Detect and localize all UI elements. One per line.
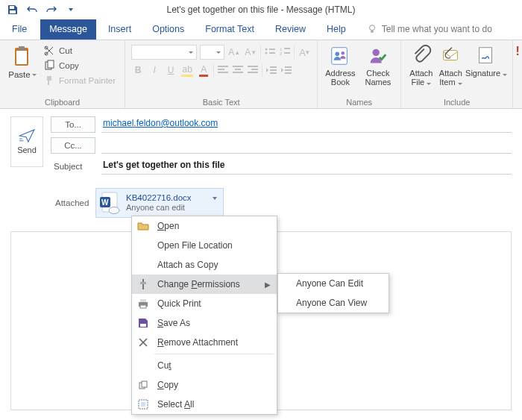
attach-item-icon bbox=[439, 45, 462, 67]
svg-rect-51 bbox=[140, 324, 146, 327]
svg-rect-25 bbox=[248, 66, 258, 67]
slider-icon bbox=[136, 278, 150, 291]
bold-button[interactable]: B bbox=[131, 63, 145, 78]
bullets-icon[interactable] bbox=[264, 46, 276, 58]
svg-rect-30 bbox=[270, 72, 277, 74]
sub-anyone-can-view[interactable]: Anyone Can View bbox=[278, 293, 389, 313]
redo-icon[interactable] bbox=[45, 3, 58, 16]
copy-label: Copy bbox=[59, 61, 79, 70]
send-label: Send bbox=[17, 145, 37, 154]
format-painter-button[interactable]: Format Painter bbox=[43, 75, 116, 87]
subject-label: Subject bbox=[51, 162, 95, 171]
font-combo[interactable] bbox=[131, 45, 197, 60]
signature-button[interactable]: Signature bbox=[466, 43, 506, 87]
increase-indent-icon[interactable] bbox=[280, 64, 292, 76]
tab-message[interactable]: Message bbox=[40, 19, 96, 40]
ctx-remove-attachment[interactable]: Remove Attachment bbox=[132, 333, 277, 352]
ctx-attach-as-copy[interactable]: Attach as Copy bbox=[132, 255, 277, 275]
group-label-names: Names bbox=[324, 96, 394, 107]
select-all-icon bbox=[136, 398, 150, 411]
svg-rect-23 bbox=[235, 69, 241, 70]
to-button[interactable]: To... bbox=[51, 116, 95, 133]
tab-help[interactable]: Help bbox=[318, 19, 355, 40]
shrink-font-button[interactable]: A▼ bbox=[244, 45, 257, 60]
svg-text:W: W bbox=[101, 198, 109, 207]
attach-file-button[interactable]: Attach File bbox=[407, 43, 435, 87]
tab-file[interactable]: File bbox=[4, 19, 37, 40]
svg-rect-10 bbox=[47, 76, 51, 81]
svg-point-35 bbox=[336, 51, 340, 56]
attachment-chip[interactable]: W KB4022716.docx Anyone can edit bbox=[95, 188, 224, 218]
ctx-open-file-location[interactable]: Open File Location bbox=[132, 236, 277, 255]
svg-rect-53 bbox=[142, 381, 147, 387]
signature-icon bbox=[475, 45, 497, 67]
to-value: michael.feldon@outlook.com bbox=[103, 118, 218, 128]
ctx-save-as[interactable]: Save As bbox=[132, 313, 277, 333]
undo-icon[interactable] bbox=[25, 3, 39, 16]
tab-insert[interactable]: Insert bbox=[99, 19, 140, 40]
svg-point-45 bbox=[109, 207, 119, 214]
svg-rect-5 bbox=[19, 46, 25, 50]
ctx-open[interactable]: Open bbox=[132, 216, 277, 236]
svg-point-13 bbox=[265, 52, 268, 54]
svg-rect-26 bbox=[251, 69, 258, 70]
x-icon bbox=[136, 336, 150, 349]
ctx-cut[interactable]: Cut bbox=[132, 356, 277, 375]
ctx-change-permissions[interactable]: Change Permissions ▶ bbox=[132, 275, 277, 294]
paste-button[interactable]: Paste bbox=[6, 43, 39, 96]
attachment-filename: KB4022716.docx bbox=[126, 193, 192, 204]
printer-icon bbox=[136, 297, 150, 310]
save-as-icon bbox=[136, 316, 150, 330]
attach-item-button[interactable]: Attach Item bbox=[437, 43, 465, 87]
svg-rect-27 bbox=[248, 72, 258, 73]
copy-button[interactable]: Copy bbox=[43, 60, 116, 72]
underline-button[interactable]: U bbox=[164, 63, 177, 78]
address-book-button[interactable]: Address Book bbox=[324, 43, 357, 96]
align-center-icon[interactable] bbox=[232, 64, 244, 76]
grow-font-button[interactable]: A▲ bbox=[227, 45, 241, 60]
svg-point-11 bbox=[265, 48, 268, 51]
svg-rect-41 bbox=[19, 140, 23, 141]
font-color-button[interactable]: A bbox=[197, 63, 210, 78]
tab-review[interactable]: Review bbox=[266, 19, 315, 40]
save-icon[interactable] bbox=[6, 3, 19, 16]
ribbon-overflow[interactable]: ! bbox=[513, 40, 522, 108]
styles-button[interactable]: A▾ bbox=[298, 45, 311, 60]
qat-customize-icon[interactable] bbox=[64, 3, 78, 16]
align-left-icon[interactable] bbox=[217, 64, 229, 76]
svg-rect-32 bbox=[285, 69, 292, 71]
svg-rect-22 bbox=[233, 66, 243, 67]
ctx-copy[interactable]: Copy bbox=[132, 375, 277, 395]
format-painter-label: Format Painter bbox=[59, 76, 116, 85]
numbering-icon[interactable]: 12 bbox=[279, 46, 291, 58]
align-right-icon[interactable] bbox=[247, 64, 259, 76]
permissions-submenu: Anyone Can Edit Anyone Can View bbox=[277, 273, 389, 313]
svg-rect-9 bbox=[48, 60, 54, 68]
italic-button[interactable]: I bbox=[148, 63, 161, 78]
chevron-down-icon[interactable] bbox=[213, 192, 220, 199]
font-size-combo[interactable] bbox=[200, 45, 224, 60]
group-label-clipboard: Clipboard bbox=[6, 96, 119, 107]
cc-button[interactable]: Cc... bbox=[51, 137, 95, 154]
word-doc-cloud-icon: W bbox=[99, 191, 120, 215]
decrease-indent-icon[interactable] bbox=[265, 64, 277, 76]
cc-field[interactable] bbox=[101, 137, 512, 154]
tab-options[interactable]: Options bbox=[143, 19, 193, 40]
quick-access-toolbar bbox=[0, 3, 78, 16]
ctx-select-all[interactable]: Select All bbox=[132, 395, 277, 414]
tab-format-text[interactable]: Format Text bbox=[196, 19, 263, 40]
send-button[interactable]: Send bbox=[10, 116, 43, 167]
ctx-quick-print[interactable]: Quick Print bbox=[132, 294, 277, 313]
check-names-button[interactable]: Check Names bbox=[362, 43, 395, 96]
cut-button[interactable]: Cut bbox=[43, 45, 116, 57]
group-label-include: Include bbox=[407, 96, 506, 107]
group-include: Attach File Attach Item Signature Includ… bbox=[401, 40, 513, 108]
svg-rect-29 bbox=[270, 69, 277, 71]
subject-field[interactable]: Let's get together on this file bbox=[101, 158, 512, 175]
to-field[interactable]: michael.feldon@outlook.com bbox=[101, 116, 512, 133]
tell-me-search[interactable]: Tell me what you want to do bbox=[361, 19, 498, 40]
signature-label: Signature bbox=[465, 69, 500, 78]
highlight-button[interactable]: ab bbox=[180, 63, 194, 78]
sub-anyone-can-edit[interactable]: Anyone Can Edit bbox=[278, 274, 389, 293]
check-names-icon bbox=[367, 45, 389, 67]
